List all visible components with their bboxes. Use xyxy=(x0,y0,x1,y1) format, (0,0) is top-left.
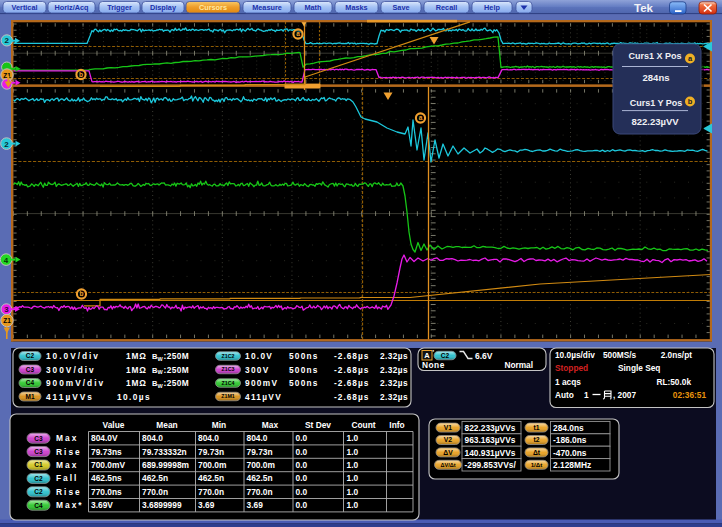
svg-text:C4: C4 xyxy=(26,379,35,386)
svg-text:V2: V2 xyxy=(444,436,453,443)
svg-text:Tek: Tek xyxy=(634,2,654,14)
svg-text:500MS/s: 500MS/s xyxy=(603,350,637,360)
svg-text:Math: Math xyxy=(304,3,321,12)
svg-text:Rise: Rise xyxy=(56,487,82,497)
svg-text:Z1C4: Z1C4 xyxy=(222,380,235,386)
svg-text:C2: C2 xyxy=(441,352,450,359)
svg-text:0.0: 0.0 xyxy=(296,460,308,470)
svg-text:Rise: Rise xyxy=(56,447,82,457)
svg-text:79.73n: 79.73n xyxy=(198,447,224,457)
svg-text:1.0: 1.0 xyxy=(347,460,359,470)
svg-text:-299.853VVs/: -299.853VVs/ xyxy=(465,460,517,470)
svg-text:RL:50.0k: RL:50.0k xyxy=(656,377,691,387)
svg-text:C2: C2 xyxy=(26,352,35,359)
svg-text:0.0: 0.0 xyxy=(296,473,308,483)
svg-text:700.0m: 700.0m xyxy=(247,460,275,470)
svg-text:500ns: 500ns xyxy=(289,378,319,388)
svg-text:79.73n: 79.73n xyxy=(247,447,273,457)
svg-text:1.0: 1.0 xyxy=(347,500,359,510)
svg-text:770.0n: 770.0n xyxy=(247,487,273,497)
svg-text:Horiz/Acq: Horiz/Acq xyxy=(54,3,88,12)
svg-text:3.6899999: 3.6899999 xyxy=(142,500,182,510)
svg-text:79.73ns: 79.73ns xyxy=(91,447,122,457)
svg-text::250M: :250M xyxy=(164,351,190,361)
svg-text:Fall: Fall xyxy=(56,473,78,483)
svg-text:0.0: 0.0 xyxy=(296,433,308,443)
svg-text:3: 3 xyxy=(4,305,9,314)
svg-text:1.0: 1.0 xyxy=(347,487,359,497)
svg-text:411µVVs: 411µVVs xyxy=(46,392,94,402)
svg-text:Count: Count xyxy=(351,420,375,430)
svg-text:2: 2 xyxy=(5,36,10,45)
svg-text:b: b xyxy=(688,97,693,106)
svg-text:C3: C3 xyxy=(26,366,35,373)
svg-text:Z1C2: Z1C2 xyxy=(222,353,235,359)
svg-text:Recall: Recall xyxy=(436,3,458,12)
svg-text:3.69: 3.69 xyxy=(247,500,264,510)
svg-text:None: None xyxy=(422,360,445,370)
svg-text:Mean: Mean xyxy=(156,420,177,430)
svg-text:Max*: Max* xyxy=(56,500,84,510)
svg-text:, 2007: , 2007 xyxy=(613,390,636,400)
svg-text:2: 2 xyxy=(4,140,9,149)
svg-text:C3: C3 xyxy=(34,448,43,455)
svg-text:770.0n: 770.0n xyxy=(198,487,224,497)
svg-text:10.0µs/div: 10.0µs/div xyxy=(555,350,595,360)
svg-text:462.5n: 462.5n xyxy=(142,473,168,483)
svg-text:2.32µs: 2.32µs xyxy=(380,351,408,361)
svg-text:-2.68µs: -2.68µs xyxy=(334,392,369,402)
svg-text:Value: Value xyxy=(103,420,125,430)
svg-text:10.0V/div: 10.0V/div xyxy=(46,351,100,361)
svg-text:1.0: 1.0 xyxy=(347,447,359,457)
svg-text:3.69V: 3.69V xyxy=(91,500,113,510)
svg-text:Cursors: Cursors xyxy=(199,3,227,12)
svg-text:462.5ns: 462.5ns xyxy=(91,473,122,483)
svg-text:10.0µs: 10.0µs xyxy=(117,392,151,402)
svg-text::250M: :250M xyxy=(164,365,190,375)
svg-text:-2.68µs: -2.68µs xyxy=(334,351,369,361)
svg-text:411µVV: 411µVV xyxy=(245,392,282,402)
svg-text:500ns: 500ns xyxy=(289,365,319,375)
svg-text:Δt: Δt xyxy=(533,449,541,456)
svg-text:Vertical: Vertical xyxy=(12,3,38,12)
svg-text:1MΩ: 1MΩ xyxy=(126,378,147,388)
svg-text:0.0: 0.0 xyxy=(296,500,308,510)
svg-text:-2.68µs: -2.68µs xyxy=(334,365,369,375)
svg-text:Help: Help xyxy=(484,3,500,12)
svg-text:804.0: 804.0 xyxy=(142,433,163,443)
svg-text:2.32µs: 2.32µs xyxy=(380,378,408,388)
svg-text:02:36:51: 02:36:51 xyxy=(673,390,707,400)
svg-text:t2: t2 xyxy=(533,436,539,443)
svg-text:10.0V: 10.0V xyxy=(245,351,273,361)
svg-text:822.23µVV: 822.23µVV xyxy=(631,116,679,127)
svg-text:Z1C3: Z1C3 xyxy=(222,366,235,372)
svg-text:822.233µVVs: 822.233µVVs xyxy=(465,423,516,433)
svg-text:Trigger: Trigger xyxy=(107,3,132,12)
svg-text:Curs1 Y Pos: Curs1 Y Pos xyxy=(630,98,683,108)
svg-text:2.128MHz: 2.128MHz xyxy=(553,460,591,470)
svg-text:V1: V1 xyxy=(444,424,453,431)
svg-text:Auto: Auto xyxy=(555,390,574,400)
svg-text:300V/div: 300V/div xyxy=(46,365,96,375)
svg-text:1MΩ: 1MΩ xyxy=(126,351,147,361)
svg-text:3.69: 3.69 xyxy=(198,500,215,510)
svg-text:804.0V: 804.0V xyxy=(91,433,118,443)
svg-text:2.32µs: 2.32µs xyxy=(380,365,408,375)
svg-text:-2.68µs: -2.68µs xyxy=(334,378,369,388)
svg-text:Z1M1: Z1M1 xyxy=(221,393,235,399)
svg-text:M1: M1 xyxy=(25,393,34,400)
svg-text:900mV: 900mV xyxy=(245,378,278,388)
svg-text:Z1: Z1 xyxy=(3,317,11,324)
svg-text:Info: Info xyxy=(389,420,404,430)
svg-text:1/Δt: 1/Δt xyxy=(531,461,543,468)
svg-text:4: 4 xyxy=(4,256,9,265)
svg-text:C1: C1 xyxy=(34,461,43,468)
svg-text:0.0: 0.0 xyxy=(296,447,308,457)
svg-text:C2: C2 xyxy=(34,488,43,495)
svg-text:1: 1 xyxy=(584,390,589,400)
svg-text:Masks: Masks xyxy=(345,3,367,12)
svg-text:b: b xyxy=(80,290,84,297)
svg-text:a: a xyxy=(296,30,300,37)
svg-text:ΔV/Δt: ΔV/Δt xyxy=(440,462,455,468)
svg-text:500ns: 500ns xyxy=(289,351,319,361)
